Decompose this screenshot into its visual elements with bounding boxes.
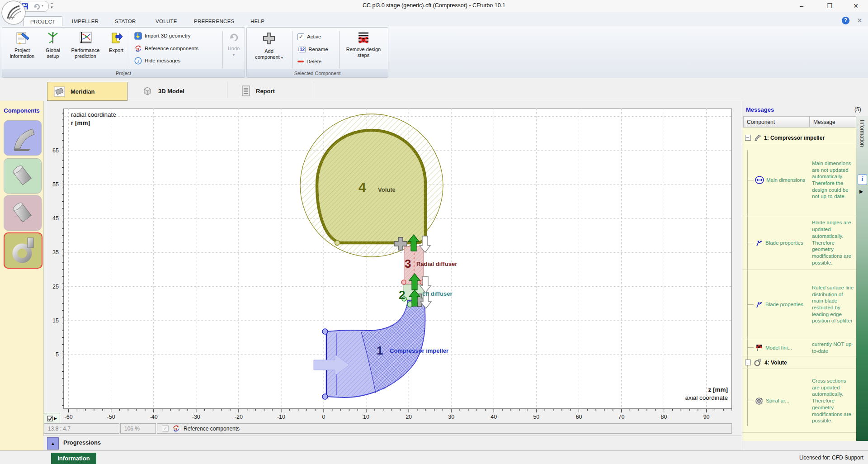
sidebar-item-diffuser-vaned[interactable] bbox=[4, 158, 42, 194]
checkbox-icon bbox=[47, 416, 53, 421]
progressions-toggle-button[interactable]: ▲ bbox=[47, 437, 59, 450]
svg-text:50: 50 bbox=[533, 414, 539, 420]
cfturbo-logo-icon[interactable] bbox=[1, 0, 26, 25]
tab-volute[interactable]: VOLUTE bbox=[149, 16, 184, 26]
message-row[interactable]: Main dimensions Main dimensions are not … bbox=[742, 144, 856, 216]
tab-report[interactable]: Report bbox=[235, 82, 307, 100]
svg-text:-30: -30 bbox=[192, 414, 200, 420]
undo-button[interactable]: Undo ▾ bbox=[223, 30, 244, 57]
impeller-mini-icon bbox=[754, 134, 761, 142]
tab-project[interactable]: PROJECT bbox=[24, 16, 62, 27]
svg-text:40: 40 bbox=[491, 414, 497, 420]
tab-impeller[interactable]: IMPELLER bbox=[66, 16, 105, 26]
report-icon bbox=[241, 85, 250, 96]
minimize-button[interactable]: – bbox=[794, 1, 809, 11]
ribbon-close-icon[interactable]: ✕ bbox=[857, 17, 862, 24]
restore-button[interactable]: ❐ bbox=[822, 1, 837, 11]
global-setup-icon bbox=[46, 31, 60, 45]
volute-shape[interactable] bbox=[300, 114, 443, 257]
message-row[interactable]: Blade properties Blade angles are update… bbox=[742, 216, 856, 270]
svg-text:10: 10 bbox=[363, 414, 369, 420]
active-checkbox[interactable]: ✓ Active bbox=[297, 32, 321, 41]
tab-preferences[interactable]: PREFERENCES bbox=[188, 16, 241, 26]
active-check-icon[interactable]: ✓ bbox=[297, 33, 304, 40]
volute-interface-handles[interactable] bbox=[394, 235, 430, 252]
undo-dropdown-icon[interactable]: ▾ bbox=[42, 4, 43, 8]
tree-node-volute[interactable]: 4: Volute bbox=[742, 356, 856, 369]
x-axis-unit: z [mm] bbox=[708, 386, 728, 393]
tab-meridian[interactable]: Meridian bbox=[47, 82, 127, 101]
sidebar-item-impeller[interactable] bbox=[4, 120, 42, 156]
y-axis-title: radial coordinate bbox=[71, 111, 116, 118]
meridian-icon bbox=[54, 86, 65, 97]
messages-title: Messages bbox=[746, 106, 774, 113]
license-text: Licensed for: CFD Support bbox=[799, 455, 863, 461]
tree-node-impeller[interactable]: 1: Compressor impeller bbox=[742, 132, 856, 144]
import-3d-geometry-button[interactable]: Import 3D geometry bbox=[134, 31, 191, 40]
components-title: Components bbox=[0, 107, 43, 114]
expand-panel-icon[interactable]: ▶ bbox=[859, 189, 863, 194]
ribbon-tab-row: PROJECT IMPELLER STATOR VOLUTE PREFERENC… bbox=[0, 12, 868, 27]
rename-button[interactable]: I12 Rename bbox=[297, 45, 328, 54]
project-information-icon bbox=[15, 31, 29, 45]
impeller-node-bottom[interactable] bbox=[322, 394, 328, 399]
hide-messages-button[interactable]: i Hide messages bbox=[134, 56, 180, 65]
title-bar: ▾ –▾ CC pi3.0 stage (generic).cft (Compr… bbox=[0, 0, 868, 12]
diffuser-icon bbox=[9, 162, 36, 189]
volute-node[interactable] bbox=[335, 241, 340, 246]
tab-stator[interactable]: STATOR bbox=[108, 16, 142, 26]
information-side-tab[interactable]: Information bbox=[859, 120, 865, 147]
messages-tree: 1: Compressor impeller Main dimensions M… bbox=[742, 128, 856, 441]
collapse-icon[interactable] bbox=[745, 360, 751, 365]
delete-button[interactable]: Delete bbox=[297, 57, 321, 66]
svg-text:35: 35 bbox=[52, 249, 59, 256]
help-icon[interactable]: ? bbox=[842, 17, 849, 24]
ribbon: Project information Global setup Perform… bbox=[0, 26, 868, 78]
progressions-label: Progressions bbox=[63, 439, 101, 446]
plot-options-button[interactable]: ▶ bbox=[44, 413, 60, 424]
message-row[interactable]: Blade properties Ruled surface line dist… bbox=[742, 270, 856, 339]
information-tab[interactable]: Information bbox=[51, 453, 96, 464]
customize-toolbar-icon[interactable]: –▾ bbox=[51, 1, 53, 9]
cfturbo-window: ▾ –▾ CC pi3.0 stage (generic).cft (Compr… bbox=[0, 0, 868, 464]
svg-text:60: 60 bbox=[576, 414, 582, 420]
close-button[interactable]: ✕ bbox=[848, 1, 863, 11]
project-information-button[interactable]: Project information bbox=[6, 30, 38, 59]
svg-text:-60: -60 bbox=[65, 414, 73, 420]
performance-prediction-button[interactable]: Performance prediction bbox=[66, 30, 104, 59]
tab-3d-model[interactable]: 3D Model bbox=[136, 82, 216, 100]
model-finished-icon bbox=[755, 344, 763, 351]
x-axis-title: axial coordinate bbox=[685, 394, 728, 401]
collapse-icon[interactable] bbox=[745, 135, 751, 141]
svg-text:90: 90 bbox=[703, 414, 710, 420]
global-setup-button[interactable]: Global setup bbox=[40, 30, 66, 59]
information-i-icon[interactable]: i bbox=[858, 174, 867, 185]
column-header-component[interactable]: Component bbox=[743, 116, 810, 128]
blade-properties-icon bbox=[755, 300, 763, 308]
impeller-node-top[interactable] bbox=[322, 329, 328, 334]
reference-checkbox[interactable]: ✓ bbox=[162, 425, 169, 432]
scale-ratio-field: 13.8 : 4.7 bbox=[44, 423, 119, 434]
message-row[interactable]: Spiral ar... Cross sections are updated … bbox=[742, 369, 856, 433]
add-component-button[interactable]: Add component ▾ bbox=[254, 30, 284, 60]
svg-text:20: 20 bbox=[406, 414, 412, 420]
cube-icon bbox=[142, 85, 153, 96]
performance-prediction-icon bbox=[79, 31, 92, 45]
remove-design-steps-button[interactable]: Remove design steps bbox=[343, 30, 384, 58]
components-sidebar: Components bbox=[0, 101, 44, 450]
import-3d-geometry-icon bbox=[134, 32, 142, 40]
export-button[interactable]: Export bbox=[105, 30, 127, 53]
reference-components-bar: ✓ R Reference components bbox=[157, 423, 732, 434]
svg-text:70: 70 bbox=[618, 414, 625, 420]
undo-icon[interactable] bbox=[33, 3, 40, 10]
column-header-message[interactable]: Message bbox=[810, 116, 856, 128]
tab-help[interactable]: HELP bbox=[244, 16, 271, 26]
sidebar-item-diffuser-vaneless[interactable] bbox=[4, 195, 42, 231]
svg-text:-40: -40 bbox=[150, 414, 158, 420]
message-row[interactable]: Model fini... currently NOT up-to-date bbox=[742, 339, 856, 356]
messages-count: (5) bbox=[854, 106, 861, 113]
zoom-field: 106 % bbox=[120, 423, 156, 434]
rename-icon: I12 bbox=[297, 47, 306, 52]
sidebar-item-volute[interactable] bbox=[4, 232, 42, 269]
reference-components-button[interactable]: R Reference components bbox=[134, 44, 198, 53]
